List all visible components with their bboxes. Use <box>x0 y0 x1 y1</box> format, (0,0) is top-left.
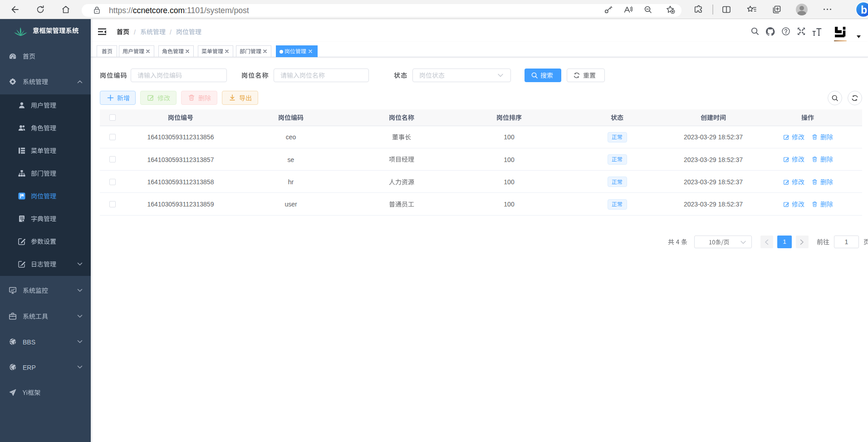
svg-text:b: b <box>861 4 867 16</box>
